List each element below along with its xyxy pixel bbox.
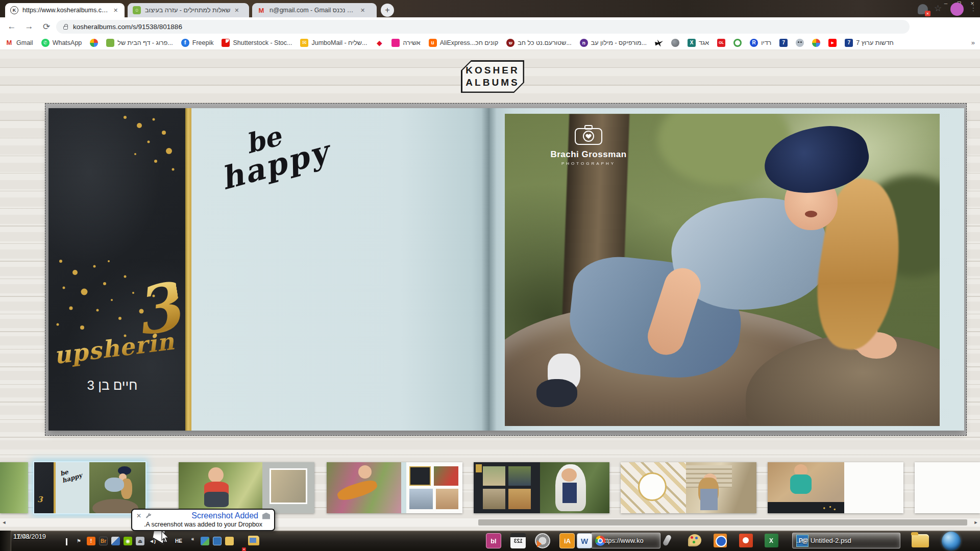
popup-close-icon[interactable]: ✕ — [136, 512, 141, 519]
bookmark-prog[interactable]: פרוג - דף הבית של... — [106, 39, 173, 47]
url-text[interactable]: kosheralbums.com/s/91538/801886 — [73, 23, 182, 31]
action-center-flag-icon[interactable]: ⚑ — [75, 537, 83, 545]
profile-avatar[interactable] — [950, 3, 964, 16]
mouse-cursor — [161, 531, 170, 544]
bookmark-freepik[interactable]: fFreepik — [181, 39, 214, 47]
bookmark-radio[interactable]: Rרדיו — [750, 39, 771, 47]
aliexpress-icon: u — [429, 39, 437, 47]
browser-menu-icon[interactable]: ⋮ — [969, 3, 977, 13]
dropbox-box-icon — [262, 513, 270, 519]
tab-title: שאלות למתחילים - עזרה בעיצוב — [145, 7, 230, 14]
thumbnail-blank-page[interactable] — [915, 462, 980, 513]
chrome-window-button[interactable]: ...https://www.ko — [591, 533, 660, 548]
quick-launch-folder-icon[interactable] — [248, 536, 259, 545]
word-taskbar-icon[interactable]: W — [577, 533, 592, 548]
photographer-watermark: Brachi Grossman PHOTOGRAPHY — [534, 123, 643, 166]
explorer-taskbar-icon[interactable] — [912, 534, 929, 547]
reload-button[interactable]: ⟳ — [40, 20, 53, 33]
thumbnail-marble-spread[interactable] — [621, 462, 756, 513]
bookmark-egged[interactable]: Xאגד — [688, 39, 709, 47]
media-player-classic-icon[interactable]: 123 — [510, 533, 526, 548]
bookmark-flower[interactable] — [90, 39, 98, 47]
forward-button[interactable]: → — [22, 20, 36, 33]
blocked-plugin-icon[interactable] — [918, 4, 928, 14]
excel-taskbar-icon[interactable]: X — [765, 534, 778, 547]
settings-wrench-icon[interactable] — [145, 513, 152, 519]
tab-title: https://www.kosheralbums.com/ — [22, 7, 109, 14]
bookmark-jumbomail[interactable]: ✉JumboMail - שליח... — [300, 39, 367, 47]
bookmark-bird[interactable] — [655, 39, 663, 47]
scrollbar-thumb[interactable] — [478, 519, 967, 525]
bookmark-globe[interactable] — [671, 39, 679, 47]
red-diamond-icon: ◆ — [375, 39, 383, 47]
kosheralbums-favicon: K — [10, 6, 18, 14]
nvidia-tray-icon[interactable]: ◉ — [124, 537, 132, 545]
thumbnail-tricycle-spread[interactable] — [768, 462, 903, 513]
dual-monitor-icon[interactable] — [213, 537, 222, 545]
album-spread-canvas[interactable]: 3 upsherin חיים בן 3 be happy — [45, 103, 967, 436]
usb-eject-icon[interactable]: ⏏ — [136, 537, 144, 545]
warning-icon[interactable]: ! — [87, 537, 95, 545]
start-button[interactable] — [942, 532, 961, 550]
bookmark-aliexpress[interactable]: uAliExpress...קונים חכ — [429, 39, 499, 47]
tray-expand-chevron[interactable]: « — [188, 535, 197, 543]
tab-kosheralbums[interactable]: K https://www.kosheralbums.com/ ✕ — [5, 3, 125, 17]
media-player-taskbar-icon[interactable] — [714, 534, 727, 547]
thumbnail-collage-spread[interactable] — [474, 462, 609, 513]
child-mouth — [805, 211, 817, 217]
shared-folder-icon[interactable] — [225, 537, 234, 545]
bookmark-whatsapp[interactable]: ✆WhatsApp — [41, 39, 82, 47]
tab-title: n@gmail.com - Gmail דואר נכנס — [270, 7, 356, 14]
network-computers-icon[interactable] — [201, 537, 209, 545]
indesign-taskbar-icon[interactable]: Id — [486, 533, 501, 548]
tray-clock[interactable]: 17:41 11/08/2019 — [13, 532, 60, 549]
thumbnail-guitar-spread[interactable] — [327, 462, 462, 513]
thumbnail-partial[interactable] — [0, 462, 28, 513]
bookmarks-overflow-chevron[interactable]: » — [971, 39, 975, 46]
bookmark-col[interactable]: OL — [717, 39, 725, 47]
bookmark-gmail[interactable]: MGmail — [5, 39, 33, 47]
bookmark-flower2[interactable] — [812, 39, 820, 47]
adobe-bridge-tray-icon[interactable]: Br — [99, 537, 108, 545]
scroll-left-arrow[interactable]: ◄ — [0, 518, 8, 527]
show-desktop-button[interactable] — [0, 531, 11, 551]
album-pages: 3 upsherin חיים בן 3 be happy — [48, 108, 963, 431]
tab-close-icon[interactable]: ✕ — [113, 7, 118, 14]
bookmark-youtube[interactable]: ▶ — [828, 39, 837, 47]
dropbox-notification[interactable]: ✕ Screenshot Added .A screenshot was add… — [131, 509, 275, 531]
bookmark-waze[interactable] — [796, 39, 804, 47]
thumbnail-current-spread[interactable]: 3 be happy — [34, 462, 145, 513]
tab-close-icon[interactable]: ✕ — [360, 7, 365, 14]
illustrator-taskbar-icon[interactable]: Ai — [559, 533, 575, 548]
bookmark-morfix[interactable]: ממורפיקס - מילון עב... — [580, 39, 647, 47]
thumbnail-watermelon-spread[interactable] — [179, 462, 314, 513]
bookmark-ashira[interactable]: אשירה — [391, 39, 420, 47]
bookmark-shutterstock[interactable]: Shutterstock - Stoc... — [222, 39, 292, 47]
keyboard-language-indicator[interactable]: HE — [173, 537, 185, 545]
network-signal-icon[interactable] — [62, 537, 71, 545]
album-photo[interactable]: Brachi Grossman PHOTOGRAPHY — [505, 114, 940, 426]
bookmark-star-icon[interactable]: ☆ — [934, 3, 942, 14]
paint-palette-taskbar-icon[interactable] — [688, 534, 701, 546]
address-bar[interactable]: kosheralbums.com/s/91538/801886 — [56, 20, 910, 34]
movie-maker-icon[interactable] — [535, 533, 550, 548]
bookmark-red-diamond[interactable]: ◆ — [375, 39, 383, 47]
microphone-taskbar-icon[interactable] — [662, 534, 672, 546]
radio-icon: R — [750, 39, 758, 47]
scroll-right-arrow[interactable]: ► — [972, 518, 980, 527]
powerpoint-taskbar-icon[interactable] — [739, 534, 753, 547]
tab-gmail[interactable]: M n@gmail.com - Gmail דואר נכנס ✕ — [252, 3, 377, 17]
new-tab-button[interactable]: + — [381, 4, 394, 17]
bookmark-green-ring[interactable] — [733, 39, 742, 47]
bookmark-shturem[interactable]: ששטורעם.נט כל חב... — [506, 39, 571, 47]
bookmark-seven[interactable]: 7 — [779, 39, 788, 47]
photoshop-window-button[interactable]: ...@ Untitled-2.psd Ps — [792, 533, 900, 548]
bookmark-channel7[interactable]: 7חדשות ערוץ 7 — [845, 39, 894, 47]
paintbrush-tray-icon[interactable] — [111, 537, 120, 545]
green-ring-icon — [733, 39, 742, 47]
back-button[interactable]: ← — [5, 20, 18, 33]
bird-icon — [655, 39, 663, 47]
tab-close-icon[interactable]: ✕ — [234, 7, 239, 14]
logo-line1: KOSHER — [465, 64, 519, 77]
tab-forum[interactable]: ☺ שאלות למתחילים - עזרה בעיצוב ✕ — [128, 3, 249, 17]
